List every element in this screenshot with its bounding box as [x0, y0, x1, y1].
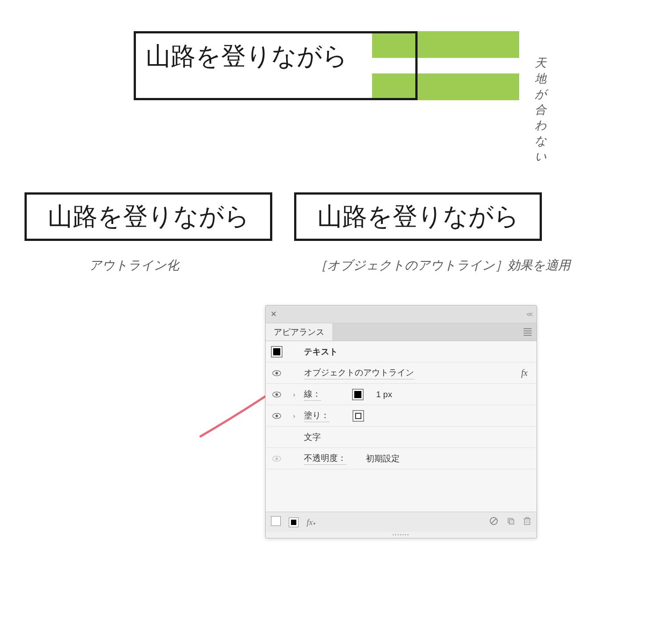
annotation-right: ［オブジェクトのアウトライン］効果を適用 — [315, 257, 570, 274]
appearance-row-characters[interactable]: 文字 — [266, 427, 537, 448]
panel-titlebar: ✕ << — [266, 305, 537, 323]
svg-rect-12 — [524, 519, 530, 525]
no-stroke-icon[interactable] — [271, 516, 281, 528]
appearance-panel: ✕ << アピアランス テキスト オブジェクトのアウトライン fx — [265, 305, 537, 538]
add-effect-button[interactable]: fx▾ — [307, 517, 315, 527]
sample-text-left: 山路を登りながら — [48, 200, 250, 234]
svg-point-5 — [275, 415, 278, 417]
svg-rect-14 — [526, 517, 529, 519]
annotation-top: 天地が合わない — [535, 55, 547, 164]
sample-text-box-right: 山路を登りながら — [294, 192, 542, 241]
resize-grip[interactable]: ▪▪▪▪▪▪▪ — [266, 532, 537, 538]
opacity-label: 不透明度： — [304, 452, 346, 465]
target-swatch — [269, 346, 284, 358]
visibility-toggle[interactable] — [269, 391, 284, 398]
svg-line-9 — [492, 519, 496, 523]
effect-label: オブジェクトのアウトライン — [304, 367, 414, 379]
visibility-toggle[interactable] — [269, 413, 284, 419]
tab-label: アピアランス — [274, 326, 324, 338]
sample-text-top: 山路を登りながら — [146, 40, 348, 73]
clear-appearance-icon[interactable] — [489, 517, 498, 528]
fill-color-swatch[interactable] — [352, 410, 364, 422]
tab-appearance[interactable]: アピアランス — [266, 323, 333, 341]
appearance-row-opacity[interactable]: 不透明度： 初期設定 — [266, 448, 537, 469]
panel-menu-icon[interactable] — [519, 323, 537, 341]
visibility-toggle[interactable] — [269, 370, 284, 376]
svg-point-3 — [275, 393, 278, 396]
svg-rect-11 — [509, 520, 514, 524]
fx-indicator: fx — [521, 368, 528, 378]
panel-empty-area — [266, 469, 537, 512]
top-illustration: 山路を登りながら 天地が合わない — [134, 31, 526, 120]
stroke-label: 線： — [304, 388, 321, 401]
duplicate-icon[interactable] — [506, 517, 515, 528]
annotation-left: アウトライン化 — [89, 257, 179, 274]
stroke-color-swatch[interactable] — [352, 389, 364, 400]
close-icon[interactable]: ✕ — [266, 309, 282, 319]
expand-toggle[interactable]: › — [289, 412, 299, 419]
panel-tabbar: アピアランス — [266, 323, 537, 341]
visibility-toggle[interactable] — [269, 456, 284, 462]
collapse-icon[interactable]: << — [527, 311, 532, 318]
sample-text-box-left: 山路を登りながら — [25, 192, 272, 241]
characters-label: 文字 — [304, 431, 321, 443]
stroke-value[interactable]: 1 px — [376, 390, 392, 399]
appearance-row-target[interactable]: テキスト — [266, 341, 537, 362]
fill-swatch-icon[interactable] — [289, 517, 299, 527]
opacity-value: 初期設定 — [366, 453, 400, 464]
appearance-row-fill[interactable]: › 塗り： — [266, 405, 537, 427]
sample-text-box-top: 山路を登りながら — [134, 31, 418, 100]
svg-point-7 — [275, 457, 278, 460]
sample-text-right: 山路を登りながら — [317, 200, 519, 234]
panel-body: テキスト オブジェクトのアウトライン fx › 線： 1 px — [266, 341, 537, 512]
target-label: テキスト — [304, 346, 338, 358]
appearance-row-stroke[interactable]: › 線： 1 px — [266, 384, 537, 405]
fill-label: 塗り： — [304, 410, 329, 422]
expand-toggle[interactable]: › — [289, 391, 299, 398]
svg-point-1 — [275, 372, 278, 374]
appearance-row-effect[interactable]: オブジェクトのアウトライン fx — [266, 362, 537, 384]
trash-icon[interactable] — [523, 517, 531, 528]
panel-footer: fx▾ — [266, 512, 537, 532]
